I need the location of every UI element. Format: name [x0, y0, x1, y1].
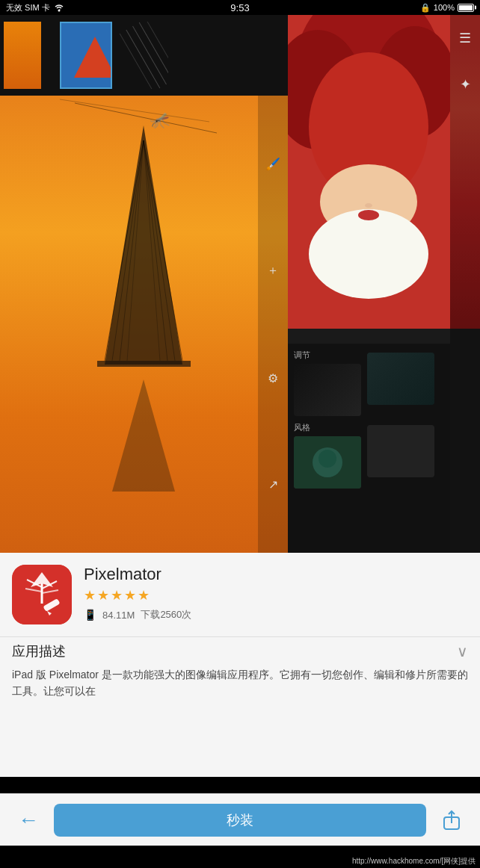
svg-marker-1: [105, 125, 182, 365]
install-button[interactable]: 秒装: [54, 804, 426, 837]
description-text: iPad 版 Pixelmator 是一款功能强大的图像编辑应用程序。它拥有一切…: [12, 666, 468, 700]
filter-row-1: 调节: [294, 350, 444, 416]
thumbnail-1[interactable]: [4, 22, 56, 89]
back-arrow-icon: ←: [18, 808, 39, 832]
svg-line-12: [75, 103, 217, 133]
wifi-icon: [53, 3, 65, 12]
brush-icon[interactable]: 🖌️: [265, 157, 280, 171]
filter-thumb-1[interactable]: [294, 364, 361, 416]
filter-panel: 调节 风格: [288, 344, 450, 553]
app-meta: 📱 84.11M 下载2560次: [84, 608, 468, 621]
svg-point-22: [365, 203, 372, 208]
filter-thumb-2[interactable]: [367, 353, 434, 405]
share-button[interactable]: [435, 804, 468, 837]
app-details: Pixelmator ★ ★ ★ ★ ★ 📱 84.11M 下载2560次: [84, 565, 468, 621]
filter-1-label: 调节: [294, 350, 361, 361]
back-button[interactable]: ←: [12, 804, 45, 837]
layers-icon[interactable]: ☰: [459, 30, 471, 46]
filter-thumb-4[interactable]: [367, 425, 434, 477]
thumbnail-3[interactable]: [116, 22, 168, 89]
svg-point-20: [309, 209, 428, 299]
filter-3-label: 风格: [294, 422, 361, 433]
description-section: 应用描述 ∨ iPad 版 Pixelmator 是一款功能强大的图像编辑应用程…: [12, 642, 468, 700]
bottom-nav: ← 秒装: [0, 793, 480, 846]
time-display: 9:53: [230, 2, 249, 13]
effects-icon[interactable]: ✦: [460, 76, 471, 93]
svg-line-13: [60, 99, 209, 122]
divider: [0, 636, 480, 637]
battery-icon: [458, 4, 474, 12]
star-1: ★: [84, 587, 96, 604]
star-5: ★: [138, 587, 150, 604]
app-icon: [12, 565, 72, 624]
thumbnail-bar: [0, 15, 288, 96]
battery-percentage: 100%: [434, 3, 455, 12]
filter-thumb-3-img: [294, 436, 361, 489]
app-icon-container: [12, 565, 72, 624]
right-panel: ☰ ✦ 调节 风格: [288, 15, 480, 553]
left-editing-panel: 🦟: [0, 15, 288, 553]
app-info-section: Pixelmator ★ ★ ★ ★ ★ 📱 84.11M 下载2560次 应用…: [0, 553, 480, 777]
woman-svg: [288, 15, 450, 329]
phone-device-icon: 📱: [84, 609, 96, 621]
carrier-label: 无效 SIM 卡: [6, 2, 50, 13]
app-downloads: 下载2560次: [141, 608, 191, 621]
description-header: 应用描述 ∨: [12, 642, 468, 660]
chevron-down-icon[interactable]: ∨: [457, 642, 468, 660]
filter-thumb-3[interactable]: [294, 436, 361, 489]
star-3: ★: [111, 587, 123, 604]
share-icon: [441, 810, 462, 831]
thumbnail-2-active[interactable]: [60, 22, 112, 89]
status-bar-left: 无效 SIM 卡: [6, 2, 65, 13]
star-4: ★: [124, 587, 136, 604]
stars-row: ★ ★ ★ ★ ★: [84, 587, 468, 604]
left-side-toolbar: 🖌️ ＋ ⚙ ↗: [258, 96, 288, 553]
svg-point-0: [58, 10, 60, 12]
svg-rect-2: [97, 361, 191, 367]
app-icon-svg: [12, 565, 72, 624]
export-icon[interactable]: ↗: [268, 477, 278, 492]
svg-point-25: [319, 450, 336, 468]
star-2: ★: [97, 587, 109, 604]
install-button-label: 秒装: [227, 811, 253, 829]
status-bar: 无效 SIM 卡 9:53 🔒 100%: [0, 0, 480, 15]
svg-point-21: [358, 210, 379, 220]
lock-icon: 🔒: [420, 3, 431, 13]
app-name: Pixelmator: [84, 565, 468, 584]
description-title: 应用描述: [12, 642, 66, 660]
main-canvas: 🦟: [0, 96, 288, 553]
app-screenshot: 🦟: [0, 15, 480, 553]
bridge-svg: [0, 96, 288, 553]
status-bar-right: 🔒 100%: [420, 3, 474, 13]
right-toolbar: ☰ ✦: [450, 15, 480, 553]
svg-marker-11: [112, 379, 175, 492]
add-icon[interactable]: ＋: [267, 263, 279, 279]
app-size: 84.11M: [102, 610, 135, 621]
watermark: http://www.hackhome.com/[网侠]提供: [348, 855, 480, 868]
filter-row-2: 风格: [294, 422, 444, 489]
settings-icon[interactable]: ⚙: [268, 371, 278, 385]
